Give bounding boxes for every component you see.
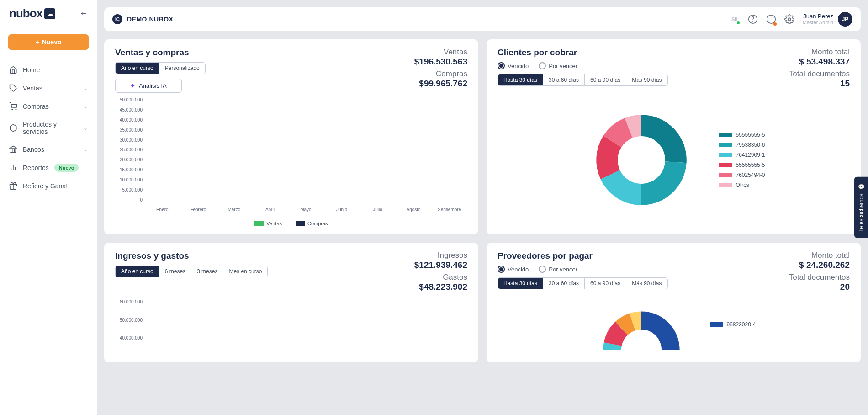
cart-icon <box>9 102 17 111</box>
card-proveedores: Proveedores por pagar VencidoPor vencer … <box>487 243 861 362</box>
sidebar-item-label: Reportes <box>23 164 49 171</box>
feedback-icon: 💬 <box>858 183 864 190</box>
x-tick: Marzo <box>220 204 248 216</box>
svg-marker-8 <box>10 146 17 149</box>
sii-status-icon[interactable]: Sii <box>730 14 740 24</box>
company-name: DEMO NUBOX <box>127 16 173 23</box>
metric-label: Total documentos <box>789 273 850 282</box>
radio-label: Por vencer <box>549 266 577 273</box>
badge-new: Nuevo <box>54 164 79 172</box>
donut-chart-proveedores <box>591 299 692 350</box>
new-button[interactable]: + Nuevo <box>8 34 89 50</box>
sparkle-icon: ✦ <box>130 82 135 89</box>
segment-option[interactable]: 60 a 90 días <box>585 74 626 85</box>
segment-option[interactable]: 30 a 60 días <box>543 278 585 289</box>
x-tick: Agosto <box>400 204 427 216</box>
sidebar: nubox☁ ← + Nuevo HomeVentas⌄Compras⌄Prod… <box>0 0 97 415</box>
radio-option[interactable]: Vencido <box>498 266 529 273</box>
card-title: Proveedores por pagar <box>498 251 668 261</box>
segment-option[interactable]: 6 meses <box>159 266 191 277</box>
radio-option[interactable]: Por vencer <box>539 266 577 273</box>
radio-option[interactable]: Vencido <box>498 62 529 69</box>
box-icon <box>9 124 17 132</box>
donut-slice <box>641 115 687 163</box>
donut-legend: 55555555-579538350-676412909-155555555-5… <box>719 132 765 188</box>
topbar: IC DEMO NUBOX Sii Juan Perez Master Admi… <box>104 7 861 31</box>
segment-option[interactable]: 3 meses <box>191 266 223 277</box>
segment-option[interactable]: Hasta 30 días <box>498 74 543 85</box>
segment-clientes: Hasta 30 días30 a 60 días60 a 90 díasMás… <box>498 74 668 86</box>
sidebar-item-label: Bancos <box>23 146 44 153</box>
sidebar-item-label: Ventas <box>23 85 42 92</box>
svg-point-2 <box>16 109 16 110</box>
chevron-down-icon: ⌄ <box>83 103 88 110</box>
legend-item: Compras <box>296 221 328 226</box>
legend-item: 76025494-0 <box>719 172 765 178</box>
y-tick: 25.000.000 <box>115 147 143 152</box>
segment-proveedores: Hasta 30 días30 a 60 días60 a 90 díasMás… <box>498 277 668 289</box>
sidebar-item-tag[interactable]: Ventas⌄ <box>0 79 97 97</box>
main: IC DEMO NUBOX Sii Juan Perez Master Admi… <box>97 0 868 415</box>
legend-item: Ventas <box>254 221 282 226</box>
sidebar-item-gift[interactable]: Refiere y Gana! <box>0 177 97 195</box>
metric-value: $196.530.563 <box>414 57 467 67</box>
donut-slice <box>641 161 687 205</box>
radio-label: Vencido <box>508 63 529 69</box>
user-menu[interactable]: Juan Perez Master Admin JP <box>803 12 852 27</box>
metric-label: Compras <box>414 69 467 79</box>
bar-chart-ventas-compras: 50.000.00045.000.00040.000.00035.000.000… <box>115 97 467 216</box>
gift-icon <box>9 182 17 190</box>
sidebar-item-cart[interactable]: Compras⌄ <box>0 97 97 116</box>
sidebar-item-bank[interactable]: Bancos⌄ <box>0 140 97 159</box>
segment-option[interactable]: Mes en curso <box>223 266 267 277</box>
y-tick: 50.000.000 <box>115 318 143 323</box>
segment-option[interactable]: 60 a 90 días <box>585 278 626 289</box>
segment-option[interactable]: Más 90 días <box>626 278 667 289</box>
user-role: Master Admin <box>803 20 833 26</box>
x-tick: Febrero <box>185 204 212 216</box>
y-tick: 5.000.000 <box>115 187 143 192</box>
analisis-ia-button[interactable]: ✦ Análisis IA <box>115 79 182 93</box>
segment-option[interactable]: Más 90 días <box>626 74 667 85</box>
help-icon[interactable] <box>748 14 758 24</box>
metric-label: Gastos <box>414 273 467 282</box>
chart-icon <box>9 164 17 172</box>
metric-label: Monto total <box>789 48 850 57</box>
y-tick: 40.000.000 <box>115 335 143 341</box>
card-title: Ingresos y gastos <box>115 251 268 261</box>
metric-label: Monto total <box>789 251 850 260</box>
sidebar-item-chart[interactable]: ReportesNuevo <box>0 159 97 177</box>
svg-point-1 <box>12 109 13 110</box>
segment-option[interactable]: Año en curso <box>116 63 159 74</box>
collapse-sidebar-button[interactable]: ← <box>79 9 88 18</box>
feedback-tab[interactable]: 💬 Te escuchamos <box>854 177 868 238</box>
settings-icon[interactable] <box>784 14 794 24</box>
metric-value: $121.939.462 <box>414 260 467 270</box>
y-tick: 60.000.000 <box>115 299 143 304</box>
chat-icon[interactable] <box>766 14 776 24</box>
card-clientes: Clientes por cobrar VencidoPor vencer Ha… <box>487 39 861 234</box>
x-tick: Abril <box>256 204 284 216</box>
chevron-down-icon: ⌄ <box>83 146 88 153</box>
nav: HomeVentas⌄Compras⌄Productos y servicios… <box>0 61 97 195</box>
plus-icon: + <box>36 38 39 46</box>
sidebar-item-box[interactable]: Productos y servicios⌄ <box>0 116 97 140</box>
x-tick: Septiembre <box>436 204 463 216</box>
x-tick: Enero <box>148 204 176 216</box>
legend-item: 79538350-6 <box>719 142 765 148</box>
metric-value: $ 24.260.262 <box>789 260 850 270</box>
legend-item: 55555555-5 <box>719 162 765 168</box>
sidebar-item-home[interactable]: Home <box>0 61 97 79</box>
segment-option[interactable]: Hasta 30 días <box>498 278 543 289</box>
y-tick: 45.000.000 <box>115 107 143 112</box>
segment-option[interactable]: Personalizado <box>159 63 205 74</box>
radio-dot <box>539 62 546 69</box>
logo: nubox☁ <box>9 6 55 21</box>
chart-legend: VentasCompras <box>115 221 467 226</box>
segment-option[interactable]: Año en curso <box>116 266 159 277</box>
segment-option[interactable]: 30 a 60 días <box>543 74 585 85</box>
y-tick: 30.000.000 <box>115 138 143 143</box>
radio-option[interactable]: Por vencer <box>539 62 577 69</box>
x-tick: Mayo <box>292 204 319 216</box>
metric-label: Total documentos <box>789 69 850 79</box>
